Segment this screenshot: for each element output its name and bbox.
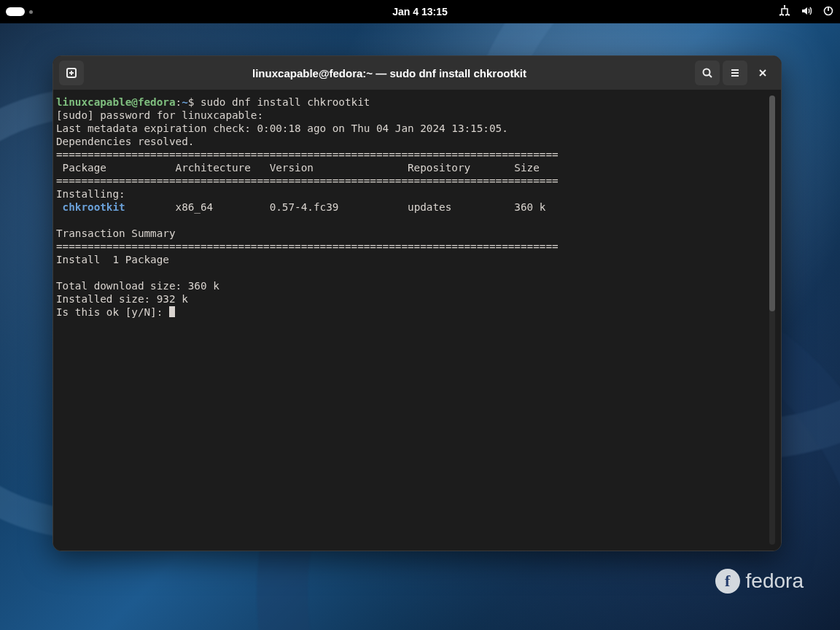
out-pkgname: chkrootkit (56, 201, 125, 213)
power-icon[interactable] (822, 5, 834, 19)
out-sudo: [sudo] password for linuxcapable: (56, 109, 270, 121)
cursor-icon (169, 306, 175, 317)
out-rule3: ========================================… (56, 241, 559, 252)
out-dep: Dependencies resolved. (56, 136, 194, 147)
prompt-userhost: linuxcapable@fedora (56, 96, 176, 108)
terminal-output[interactable]: linuxcapable@fedora:~$ sudo dnf install … (55, 96, 769, 319)
activities-pill-icon (6, 7, 25, 16)
terminal-viewport[interactable]: linuxcapable@fedora:~$ sudo dnf install … (55, 94, 769, 546)
svg-line-11 (709, 75, 712, 78)
out-header: Package Architecture Version Repository … (56, 162, 540, 174)
out-installing: Installing: (56, 188, 125, 200)
close-button[interactable] (750, 61, 775, 85)
workspace-dot-icon (29, 10, 33, 14)
new-tab-button[interactable] (59, 61, 84, 85)
fedora-logo-icon: f (715, 569, 740, 594)
svg-point-4 (788, 14, 790, 15)
svg-point-3 (785, 14, 787, 15)
window-title: linuxcapable@fedora:~ — sudo dnf install… (87, 67, 692, 79)
out-rule1: ========================================… (56, 149, 559, 160)
out-dlsize: Total download size: 360 k (56, 280, 219, 292)
terminal-window: linuxcapable@fedora:~ — sudo dnf install… (52, 55, 782, 551)
out-meta: Last metadata expiration check: 0:00:18 … (56, 122, 508, 134)
out-installcount: Install 1 Package (56, 254, 169, 265)
gnome-top-bar: Jan 4 13:15 (0, 0, 840, 23)
svg-point-2 (782, 14, 784, 15)
prompt-sep1: : (176, 96, 182, 108)
scrollbar-thumb[interactable] (769, 96, 775, 311)
window-titlebar: linuxcapable@fedora:~ — sudo dnf install… (53, 56, 781, 90)
out-confirm: Is this ok [y/N]: (56, 306, 169, 318)
prompt-cwd: ~ (182, 96, 188, 108)
svg-point-0 (784, 5, 785, 7)
fedora-watermark: f fedora (715, 569, 804, 594)
out-pkgrest: x86_64 0.57-4.fc39 updates 360 k (125, 201, 546, 213)
network-icon[interactable] (779, 5, 790, 19)
search-button[interactable] (695, 61, 720, 85)
fedora-label: fedora (746, 569, 804, 593)
volume-icon[interactable] (801, 5, 812, 19)
prompt-command: sudo dnf install chkrootkit (201, 96, 370, 108)
hamburger-menu-button[interactable] (723, 61, 747, 85)
svg-point-10 (704, 69, 710, 76)
out-txsummary: Transaction Summary (56, 228, 176, 239)
clock[interactable]: Jan 4 13:15 (392, 6, 448, 18)
activities-area[interactable] (6, 7, 33, 16)
out-rule2: ========================================… (56, 175, 559, 187)
prompt-sep2: $ (188, 96, 201, 108)
out-instsize: Installed size: 932 k (56, 293, 188, 305)
svg-point-1 (779, 14, 781, 15)
terminal-scrollbar[interactable] (769, 96, 775, 545)
